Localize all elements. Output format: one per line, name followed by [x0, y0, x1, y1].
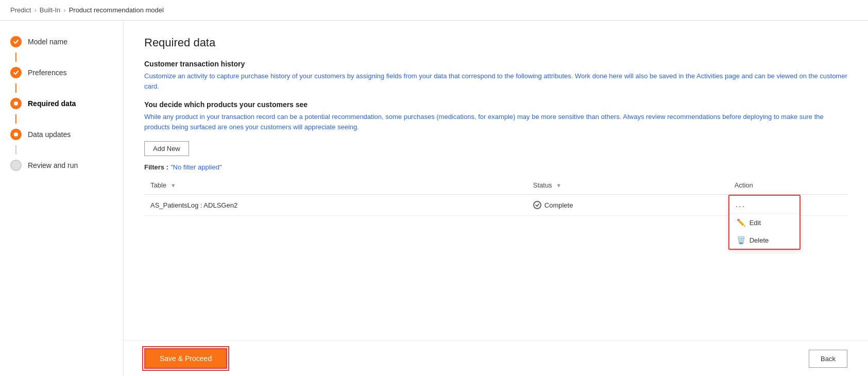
status-text: Complete: [544, 201, 573, 209]
connector-1: [15, 53, 16, 62]
filters-row: Filters : "No filter applied": [144, 163, 847, 171]
action-dropdown-dots[interactable]: ...: [729, 196, 799, 214]
action-edit-item[interactable]: ✏️ Edit: [729, 214, 799, 231]
section-products-customers-see: You decide which products your customers…: [144, 100, 847, 132]
status-filter-icon[interactable]: ▼: [556, 182, 561, 189]
step-icon-review-and-run: [10, 160, 22, 171]
col-header-status: Status ▼: [527, 176, 728, 195]
sidebar-item-data-updates[interactable]: Data updates: [0, 124, 123, 145]
content-area: Required data Customer transaction histo…: [124, 21, 868, 376]
step-icon-preferences: [10, 67, 22, 78]
connector-2: [15, 83, 16, 93]
save-proceed-button[interactable]: Save & Proceed: [144, 348, 227, 369]
breadcrumb-predict[interactable]: Predict: [10, 6, 31, 14]
table-header-row: Table ▼ Status ▼ Action: [144, 176, 847, 195]
table-row: AS_PatientsLog : ADLSGen2 Complete: [144, 195, 847, 216]
step-icon-required-data: [10, 98, 22, 109]
action-delete-item[interactable]: 🗑️ Delete: [729, 231, 799, 249]
table-filter-icon[interactable]: ▼: [171, 182, 176, 189]
edit-label: Edit: [750, 219, 761, 227]
filters-value: "No filter applied": [171, 163, 222, 171]
filters-label: Filters :: [144, 163, 168, 171]
status-complete-icon: [533, 201, 541, 209]
svg-point-0: [14, 101, 18, 106]
status-cell: Complete: [533, 201, 722, 209]
svg-point-1: [14, 132, 18, 136]
section2-heading: You decide which products your customers…: [144, 100, 847, 109]
footer: Save & Proceed Back: [124, 340, 868, 376]
col-header-action: Action: [728, 176, 847, 195]
edit-icon: ✏️: [737, 218, 745, 227]
breadcrumb-current: Product recommendation model: [69, 6, 164, 14]
sidebar-item-preferences[interactable]: Preferences: [0, 62, 123, 83]
breadcrumb-sep1: ›: [34, 6, 36, 14]
step-icon-data-updates: [10, 129, 22, 140]
table-cell-name: AS_PatientsLog : ADLSGen2: [144, 195, 527, 216]
top-bar: Predict › Built-In › Product recommendat…: [0, 0, 868, 21]
delete-label: Delete: [750, 236, 769, 244]
breadcrumb-sep2: ›: [63, 6, 65, 14]
section1-heading: Customer transaction history: [144, 60, 847, 68]
data-table: Table ▼ Status ▼ Action AS_PatientsLog :…: [144, 176, 847, 216]
col-header-table: Table ▼: [144, 176, 527, 195]
sidebar-label-required-data: Required data: [28, 99, 76, 108]
add-new-button[interactable]: Add New: [144, 141, 189, 156]
sidebar-item-review-and-run[interactable]: Review and run: [0, 155, 123, 176]
sidebar-label-preferences: Preferences: [28, 69, 66, 77]
sidebar-label-review-and-run: Review and run: [28, 161, 78, 169]
connector-4: [15, 145, 16, 155]
sidebar-item-model-name[interactable]: Model name: [0, 31, 123, 53]
table-cell-status: Complete: [527, 195, 728, 216]
action-dropdown: ... ✏️ Edit 🗑️ Delete: [728, 195, 801, 250]
step-icon-model-name: [10, 36, 22, 47]
delete-icon: 🗑️: [737, 236, 745, 244]
connector-3: [15, 114, 16, 124]
sidebar-label-model-name: Model name: [28, 38, 67, 46]
main-layout: Model name Preferences Required data: [0, 21, 868, 376]
breadcrumb: Predict › Built-In › Product recommendat…: [10, 6, 164, 14]
back-button[interactable]: Back: [809, 350, 847, 368]
breadcrumb-builtin[interactable]: Built-In: [40, 6, 60, 14]
page-title: Required data: [144, 36, 847, 49]
sidebar: Model name Preferences Required data: [0, 21, 124, 376]
section1-desc: Customize an activity to capture purchas…: [144, 71, 847, 91]
sidebar-label-data-updates: Data updates: [28, 130, 71, 139]
sidebar-item-required-data[interactable]: Required data: [0, 93, 123, 114]
section-customer-transaction: Customer transaction history Customize a…: [144, 60, 847, 91]
table-cell-action[interactable]: ... ✏️ Edit 🗑️ Delete: [728, 195, 847, 216]
section2-desc: While any product in your transaction re…: [144, 112, 847, 132]
